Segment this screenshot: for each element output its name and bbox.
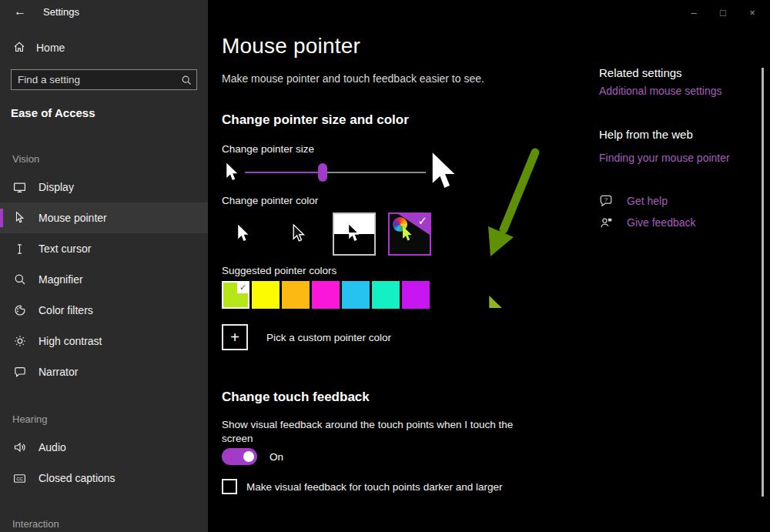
pick-custom-color-button[interactable]: + bbox=[222, 324, 248, 350]
pointer-color-custom-tile[interactable]: ✓ bbox=[388, 212, 431, 256]
related-settings-heading: Related settings bbox=[599, 66, 682, 79]
text-cursor-icon bbox=[13, 243, 26, 256]
large-pointer-preview bbox=[430, 152, 459, 197]
sidebar: ← Settings Home Ease of Access Vision bbox=[0, 0, 208, 532]
pointer-color-inverted-tile[interactable] bbox=[333, 212, 376, 256]
touch-toggle-row: On bbox=[222, 448, 283, 465]
sidebar-item-display[interactable]: Display bbox=[0, 172, 208, 202]
sidebar-item-label: Audio bbox=[38, 441, 66, 453]
swatch-selected-check-icon: ✓ bbox=[237, 282, 249, 293]
narrator-icon bbox=[13, 366, 26, 379]
sidebar-item-closed-captions[interactable]: CC Closed captions bbox=[0, 463, 208, 494]
custom-tile-cursor bbox=[402, 226, 413, 246]
page-subtitle: Make mouse pointer and touch feedback ea… bbox=[222, 72, 484, 85]
sidebar-item-label: Narrator bbox=[38, 366, 78, 378]
sidebar-item-narrator[interactable]: Narrator bbox=[0, 356, 208, 387]
sidebar-item-label: Display bbox=[38, 181, 74, 193]
sidebar-item-audio[interactable]: Audio bbox=[0, 432, 208, 463]
group-label-hearing: Hearing bbox=[12, 413, 208, 426]
vision-nav-list: Display Mouse pointer Text cursor bbox=[0, 172, 208, 387]
home-icon bbox=[13, 41, 25, 55]
sidebar-item-label: Magnifier bbox=[38, 273, 83, 286]
sidebar-section-heading: Ease of Access bbox=[11, 106, 208, 119]
get-help-link[interactable]: ? Get help bbox=[599, 194, 668, 208]
touch-toggle-description: Show visual feedback around the touch po… bbox=[222, 418, 531, 446]
toggle-state-label: On bbox=[270, 451, 283, 463]
main-content: – □ × Mouse pointer Make mouse pointer a… bbox=[208, 0, 770, 532]
svg-text:?: ? bbox=[604, 196, 608, 203]
slider-fill bbox=[245, 172, 323, 173]
touch-feedback-toggle[interactable] bbox=[222, 448, 257, 465]
app-title: Settings bbox=[43, 6, 79, 18]
minimize-button[interactable]: – bbox=[679, 3, 708, 22]
toggle-knob bbox=[243, 451, 254, 462]
slider-thumb[interactable] bbox=[318, 163, 327, 182]
sidebar-item-high-contrast[interactable]: High contrast bbox=[0, 326, 208, 356]
pointer-size-slider[interactable] bbox=[245, 172, 426, 173]
give-feedback-label: Give feedback bbox=[627, 216, 696, 229]
svg-text:CC: CC bbox=[16, 476, 23, 480]
custom-color-label: Pick a custom pointer color bbox=[266, 332, 391, 343]
pointer-section-heading: Change pointer size and color bbox=[222, 112, 409, 128]
pointer-color-black-tile[interactable] bbox=[277, 212, 320, 256]
color-filters-icon bbox=[13, 304, 26, 317]
give-feedback-link[interactable]: Give feedback bbox=[599, 216, 696, 229]
sidebar-item-label: Mouse pointer bbox=[38, 212, 107, 224]
close-button[interactable]: × bbox=[738, 3, 767, 22]
group-label-interaction: Interaction bbox=[12, 518, 208, 530]
sidebar-item-label: Text cursor bbox=[38, 243, 91, 255]
back-icon[interactable]: ← bbox=[14, 5, 26, 18]
hearing-nav-list: Audio CC Closed captions bbox=[0, 432, 208, 494]
sidebar-item-magnifier[interactable]: Magnifier bbox=[0, 264, 208, 295]
closed-captions-icon: CC bbox=[13, 472, 26, 485]
group-label-vision: Vision bbox=[12, 153, 208, 166]
high-contrast-icon bbox=[13, 335, 26, 348]
search-box bbox=[11, 69, 197, 90]
pointer-size-label: Change pointer size bbox=[222, 143, 314, 155]
maximize-button[interactable]: □ bbox=[708, 3, 738, 22]
selected-check-icon: ✓ bbox=[417, 214, 427, 228]
window-controls: – □ × bbox=[679, 3, 767, 22]
swatch-lime[interactable]: ✓ bbox=[222, 281, 249, 309]
pointer-color-white-tile[interactable] bbox=[222, 212, 265, 256]
sidebar-item-label: Closed captions bbox=[38, 472, 116, 484]
settings-window: ← Settings Home Ease of Access Vision bbox=[0, 0, 770, 532]
darker-larger-row: Make visual feedback for touch points da… bbox=[222, 479, 502, 494]
search-icon[interactable] bbox=[176, 75, 196, 85]
get-help-label: Get help bbox=[627, 195, 668, 207]
sidebar-titlebar: ← Settings bbox=[0, 0, 208, 23]
vertical-scrollbar[interactable] bbox=[762, 68, 764, 497]
help-from-web-heading: Help from the web bbox=[599, 128, 693, 141]
swatch-yellow[interactable] bbox=[252, 281, 280, 309]
get-help-icon: ? bbox=[599, 194, 613, 208]
plus-icon: + bbox=[230, 329, 239, 346]
swatch-turquoise[interactable] bbox=[372, 281, 400, 309]
small-pointer-preview bbox=[226, 162, 239, 186]
swatch-magenta[interactable] bbox=[312, 281, 340, 309]
mouse-pointer-icon bbox=[13, 212, 26, 225]
magnifier-icon bbox=[13, 273, 26, 286]
sidebar-item-mouse-pointer[interactable]: Mouse pointer bbox=[0, 202, 208, 233]
page-title: Mouse pointer bbox=[222, 34, 360, 59]
search-input[interactable] bbox=[12, 74, 176, 85]
finding-mouse-pointer-link[interactable]: Finding your mouse pointer bbox=[599, 152, 730, 164]
pointer-color-options: ✓ bbox=[222, 212, 431, 256]
touch-section-heading: Change touch feedback bbox=[222, 390, 370, 405]
pointer-color-label: Change pointer color bbox=[222, 195, 318, 206]
display-icon bbox=[13, 181, 26, 194]
selected-indicator bbox=[0, 209, 3, 227]
swatch-violet[interactable] bbox=[402, 281, 430, 309]
additional-mouse-settings-link[interactable]: Additional mouse settings bbox=[599, 85, 722, 97]
feedback-icon bbox=[599, 216, 613, 229]
sidebar-item-label: Color filters bbox=[38, 304, 93, 316]
suggested-color-swatches: ✓ bbox=[222, 281, 430, 309]
darker-larger-label: Make visual feedback for touch points da… bbox=[246, 481, 502, 493]
sidebar-item-color-filters[interactable]: Color filters bbox=[0, 295, 208, 326]
sidebar-item-text-cursor[interactable]: Text cursor bbox=[0, 233, 208, 264]
sidebar-item-home[interactable]: Home bbox=[0, 35, 208, 60]
swatch-orange[interactable] bbox=[282, 281, 310, 309]
sidebar-item-label: High contrast bbox=[38, 335, 102, 347]
darker-larger-checkbox[interactable] bbox=[222, 479, 237, 494]
home-label: Home bbox=[36, 42, 65, 54]
swatch-cyan[interactable] bbox=[342, 281, 370, 309]
